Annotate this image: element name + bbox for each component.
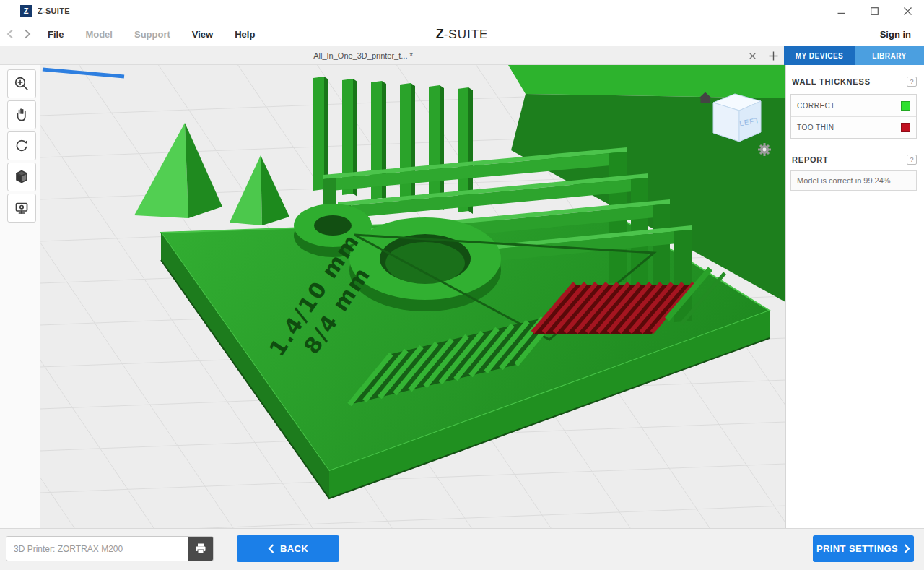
report-help-button[interactable]: ? xyxy=(907,155,917,165)
tab-strip: All_In_One_3D_printer_t... * MY DEVICES … xyxy=(0,46,924,65)
tab-close-button[interactable] xyxy=(745,48,759,63)
logo-prefix: Z xyxy=(436,27,444,41)
legend-label-correct: CORRECT xyxy=(797,102,835,110)
legend-row-correct: CORRECT xyxy=(791,95,916,116)
printer-icon-button[interactable] xyxy=(188,537,213,561)
menu-items: File Model Support View Help xyxy=(48,29,276,40)
menu-item-view[interactable]: View xyxy=(192,29,213,40)
zoom-tool-button[interactable] xyxy=(7,69,36,98)
chevron-left-icon xyxy=(6,29,14,39)
3d-scene[interactable]: 1.4/10 mm 8/4 mm xyxy=(40,65,785,528)
chevron-left-icon xyxy=(268,544,274,553)
bottom-bar: 3D Printer: ZORTRAX M200 BACK MODEL ANAL… xyxy=(0,528,924,570)
maximize-button[interactable] xyxy=(858,0,891,22)
menu-item-help[interactable]: Help xyxy=(235,29,255,40)
build-plate-outline xyxy=(43,69,124,77)
maximize-icon xyxy=(871,7,879,15)
minimize-button[interactable] xyxy=(824,0,858,22)
report-title: REPORT xyxy=(792,155,829,164)
close-icon xyxy=(749,53,756,59)
legend-label-too-thin: TOO THIN xyxy=(797,124,834,131)
wall-thickness-help-button[interactable]: ? xyxy=(907,77,917,87)
legend-swatch-too-thin xyxy=(901,123,910,132)
report-text: Model is correct in 99.24% xyxy=(790,170,917,191)
model-torus-large xyxy=(349,217,501,311)
back-button[interactable]: BACK xyxy=(237,535,339,562)
app-logo-icon: Z xyxy=(20,5,32,17)
sign-in-link[interactable]: Sign in xyxy=(880,29,911,40)
view-cube[interactable]: LEFT xyxy=(713,94,761,142)
rotate-tool-button[interactable] xyxy=(7,131,36,160)
legend-row-too-thin: TOO THIN xyxy=(791,116,916,138)
nav-back-button[interactable] xyxy=(3,27,17,41)
new-tab-button[interactable] xyxy=(765,48,781,63)
model-pyramids xyxy=(134,123,289,225)
view-toolbar xyxy=(7,69,36,223)
printer-icon xyxy=(193,541,209,557)
tab-title: All_In_One_3D_printer_t... * xyxy=(0,46,726,65)
render-mode-button[interactable] xyxy=(7,163,36,191)
window-title: Z-SUITE xyxy=(38,7,70,15)
cube-icon xyxy=(13,168,30,186)
3d-viewport[interactable]: 1.4/10 mm 8/4 mm xyxy=(40,65,785,528)
wall-thickness-legend: CORRECT TOO THIN xyxy=(790,94,917,139)
print-settings-button-label: PRINT SETTINGS xyxy=(816,543,898,554)
plus-icon xyxy=(769,51,778,61)
window-controls xyxy=(824,0,924,22)
main-area: 1.4/10 mm 8/4 mm xyxy=(0,65,924,528)
printer-select[interactable]: 3D Printer: ZORTRAX M200 xyxy=(6,536,214,561)
menu-item-model[interactable]: Model xyxy=(85,29,113,40)
app-window: Z Z-SUITE File Model Support View Help xyxy=(0,0,924,570)
back-button-label: BACK xyxy=(280,543,308,554)
library-button[interactable]: LIBRARY xyxy=(855,46,924,65)
chevron-right-icon xyxy=(24,29,31,39)
menu-item-support[interactable]: Support xyxy=(134,29,170,40)
minimize-icon xyxy=(837,7,845,15)
zoom-in-icon xyxy=(13,75,30,92)
nav-forward-button[interactable] xyxy=(20,27,35,41)
title-bar: Z Z-SUITE xyxy=(0,0,924,22)
document-tab[interactable]: All_In_One_3D_printer_t... * xyxy=(0,46,784,65)
display-icon xyxy=(13,199,30,217)
menu-bar: File Model Support View Help Z-SUITE Sig… xyxy=(0,22,924,46)
logo-suffix: -SUITE xyxy=(444,27,489,41)
print-settings-button[interactable]: PRINT SETTINGS xyxy=(813,535,914,562)
analysis-panel: WALL THICKNESS ? CORRECT TOO THIN REPORT… xyxy=(785,65,924,528)
close-button[interactable] xyxy=(891,0,924,22)
wall-thickness-title: WALL THICKNESS xyxy=(792,77,871,86)
pan-tool-button[interactable] xyxy=(7,100,36,129)
close-icon xyxy=(904,7,912,15)
tab-divider xyxy=(762,50,762,61)
printer-select-value: 3D Printer: ZORTRAX M200 xyxy=(6,537,188,561)
chevron-right-icon xyxy=(904,544,910,553)
menu-item-file[interactable]: File xyxy=(48,29,64,40)
rotate-icon xyxy=(13,137,30,155)
snapshot-tool-button[interactable] xyxy=(7,194,36,223)
legend-swatch-correct xyxy=(901,101,910,111)
my-devices-button[interactable]: MY DEVICES xyxy=(784,46,855,65)
hand-icon xyxy=(13,106,30,124)
